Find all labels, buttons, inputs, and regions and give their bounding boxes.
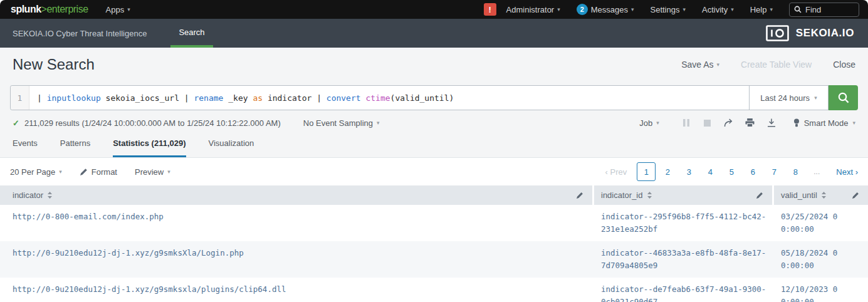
page-button[interactable]: 3 <box>679 162 698 181</box>
user-menu[interactable]: Administrator ▾ <box>506 5 560 14</box>
per-page-menu[interactable]: 20 Per Page ▾ <box>10 167 62 177</box>
chevron-down-icon: ▾ <box>557 6 560 13</box>
pause-icon <box>683 119 689 127</box>
save-as-button[interactable]: Save As ▾ <box>681 60 719 70</box>
chevron-left-icon: ‹ <box>605 167 608 177</box>
event-sampling-menu[interactable]: No Event Sampling ▾ <box>303 118 380 128</box>
settings-menu[interactable]: Settings ▾ <box>651 5 686 14</box>
column-header-indicator[interactable]: indicator <box>0 185 594 205</box>
line-number-gutter: 1 <box>11 86 29 110</box>
create-table-view-button[interactable]: Create Table View <box>741 60 812 70</box>
user-menu-label: Administrator <box>506 5 555 14</box>
help-menu[interactable]: Help ▾ <box>750 5 773 14</box>
page-button[interactable]: 4 <box>701 162 719 181</box>
edit-column-button[interactable] <box>756 192 763 199</box>
query-segment-function: ctime <box>365 93 390 103</box>
alert-badge[interactable]: ! <box>484 3 496 16</box>
topbar-left: splunk >enterprise Apps ▾ <box>11 4 130 15</box>
page-button[interactable]: 8 <box>786 162 805 181</box>
tab-events[interactable]: Events <box>13 138 38 157</box>
page-button[interactable]: 7 <box>765 162 783 181</box>
job-menu[interactable]: Job ▾ <box>639 118 659 128</box>
find-search-box[interactable] <box>789 3 859 17</box>
table-cell-indicator[interactable]: http://0-800-email.com/index.php <box>0 205 594 241</box>
splunk-logo[interactable]: splunk >enterprise <box>11 4 88 15</box>
preview-menu[interactable]: Preview ▾ <box>135 167 170 177</box>
activity-menu[interactable]: Activity ▾ <box>702 5 734 14</box>
next-page-button[interactable]: Next › <box>836 167 858 177</box>
column-header-valid-until[interactable]: valid_until <box>774 185 868 205</box>
close-button[interactable]: Close <box>833 60 855 70</box>
topbar: splunk >enterprise Apps ▾ ! Administrato… <box>0 0 868 19</box>
search-query-text[interactable]: | inputlookup sekoia_iocs_url | rename _… <box>29 86 749 110</box>
chevron-right-icon: › <box>855 167 858 177</box>
query-segment-plain: | <box>316 93 327 103</box>
table-cell-valid-until[interactable]: 12/10/2023 00:00:00 <box>774 278 868 302</box>
pause-button[interactable] <box>676 119 697 127</box>
search-bar: 1 | inputlookup sekoia_iocs_url | rename… <box>10 85 858 110</box>
time-range-picker[interactable]: Last 24 hours ▾ <box>749 85 829 110</box>
table-cell-indicator[interactable]: http://0-9u210edu12j-dj-1.xyz/g9smksXla/… <box>0 241 594 278</box>
share-button[interactable] <box>718 118 740 127</box>
column-label: indicator_id <box>601 190 643 200</box>
table-cell-indicator-id[interactable]: indicator--295f96b8-f7f5-4112-bc42-231e1… <box>594 205 774 241</box>
edit-column-button[interactable] <box>576 192 583 199</box>
table-cell-indicator-id[interactable]: indicator--46833a3a-e8fb-48fa-8e17-7d709… <box>594 241 774 278</box>
share-icon <box>724 118 734 127</box>
app-title[interactable]: SEKOIA.IO Cyber Threat Intelligence <box>13 19 147 48</box>
stop-button[interactable] <box>697 120 718 127</box>
query-segment-plain: _key <box>223 93 253 103</box>
download-button[interactable] <box>761 118 782 127</box>
page-button[interactable]: 1 <box>637 162 656 181</box>
title-row: New Search Save As ▾ Create Table View C… <box>10 56 858 80</box>
table-cell-indicator[interactable]: http://0-9u210edu12j-dj-1.xyz/g9smksxla/… <box>0 278 594 302</box>
search-query-input[interactable]: 1 | inputlookup sekoia_iocs_url | rename… <box>10 85 749 110</box>
run-search-button[interactable] <box>829 85 858 110</box>
preview-label: Preview <box>135 167 164 177</box>
find-search-input[interactable] <box>805 5 849 14</box>
pagination: ‹ Prev 12345678... Next › <box>605 162 858 181</box>
prev-label: Prev <box>610 167 627 177</box>
time-range-label: Last 24 hours <box>760 93 810 103</box>
pencil-icon <box>852 192 859 199</box>
print-button[interactable] <box>740 118 761 127</box>
table-row: http://0-9u210edu12j-dj-1.xyz/g9smksXla/… <box>0 241 868 278</box>
query-segment-plain <box>361 93 366 103</box>
table-cell-valid-until[interactable]: 03/25/2024 00:00:00 <box>774 205 868 241</box>
statistics-table: indicator indicator_id valid_until http:… <box>0 185 868 302</box>
edit-column-button[interactable] <box>852 192 859 199</box>
tab-patterns[interactable]: Patterns <box>60 138 90 157</box>
job-menu-label: Job <box>639 118 652 128</box>
table-header: indicator indicator_id valid_until <box>0 185 868 205</box>
chevron-down-icon: ▾ <box>127 6 130 13</box>
results-bar: ✓ 211,029 results (1/24/24 10:00:00.000 … <box>10 115 858 131</box>
apps-menu[interactable]: Apps ▾ <box>106 5 130 14</box>
page-button[interactable]: 6 <box>743 162 762 181</box>
tab-visualization[interactable]: Visualization <box>209 138 254 157</box>
query-segment-plain: | <box>184 93 194 103</box>
nav-tab-search[interactable]: Search <box>170 19 212 48</box>
table-cell-valid-until[interactable]: 05/18/2024 00:00:00 <box>774 241 868 278</box>
page-button[interactable]: 2 <box>658 162 677 181</box>
search-mode-menu[interactable]: Smart Mode ▾ <box>793 118 855 128</box>
column-header-indicator-id[interactable]: indicator_id <box>594 185 774 205</box>
table-row: http://0-9u210edu12j-dj-1.xyz/g9smksxla/… <box>0 278 868 302</box>
results-toolbar: 20 Per Page ▾ Format Preview ▾ ‹ Prev 12… <box>0 158 868 185</box>
query-segment-plain: indicator <box>263 93 316 103</box>
sort-icon <box>48 192 52 199</box>
per-page-label: 20 Per Page <box>10 167 55 177</box>
page-button[interactable]: 5 <box>722 162 741 181</box>
sekoia-brand-label: SEKOIA.IO <box>796 27 854 39</box>
messages-menu-label: Messages <box>591 5 628 14</box>
chevron-down-icon: ▾ <box>59 169 62 175</box>
query-segment-command: convert <box>327 93 361 103</box>
results-info: ✓ 211,029 results (1/24/24 10:00:00.000 … <box>13 118 380 128</box>
prev-page-button[interactable]: ‹ Prev <box>605 167 627 177</box>
messages-menu[interactable]: 2 Messages ▾ <box>577 4 634 15</box>
topbar-right: ! Administrator ▾ 2 Messages ▾ Settings … <box>484 3 859 17</box>
table-cell-indicator-id[interactable]: indicator--de7feab6-63f7-49a1-9300-0cb02… <box>594 278 774 302</box>
tab-statistics[interactable]: Statistics (211,029) <box>113 138 186 157</box>
lightbulb-icon <box>793 118 800 127</box>
format-menu[interactable]: Format <box>80 167 117 177</box>
page-list: 12345678... <box>635 162 827 181</box>
